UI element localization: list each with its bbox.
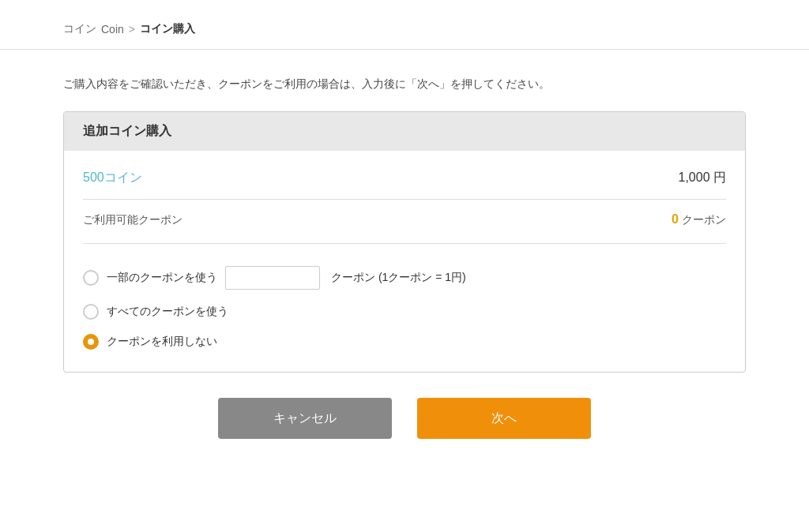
cancel-button[interactable]: キャンセル (218, 398, 392, 439)
radio-all-item[interactable]: すべてのクーポンを使う (83, 304, 726, 320)
radio-none-label: クーポンを利用しない (107, 335, 217, 349)
button-row: キャンセル 次へ (63, 398, 746, 439)
coupon-row: ご利用可能クーポン 0クーポン (83, 212, 726, 244)
instruction-text: ご購入内容をご確認いただき、クーポンをご利用の場合は、入力後に「次へ」を押してく… (63, 75, 746, 92)
breadcrumb-separator: > (129, 23, 135, 36)
purchase-card: 追加コイン購入 500コイン 1,000 円 ご利用可能クーポン 0クーポン 一… (63, 111, 746, 373)
next-button[interactable]: 次へ (417, 398, 591, 439)
card-header: 追加コイン購入 (64, 112, 745, 151)
breadcrumb-current: コイン購入 (140, 22, 195, 36)
radio-none-circle[interactable] (83, 334, 99, 350)
breadcrumb-item-1: コイン (63, 22, 96, 36)
coupon-available-label: ご利用可能クーポン (83, 213, 182, 227)
coupon-count-display: 0クーポン (672, 212, 726, 227)
coin-label: 500コイン (83, 170, 142, 186)
purchase-row: 500コイン 1,000 円 (83, 170, 726, 200)
breadcrumb-item-2: Coin (101, 23, 124, 36)
radio-none-item[interactable]: クーポンを利用しない (83, 334, 726, 350)
price-label: 1,000 円 (679, 170, 726, 186)
radio-group: 一部のクーポンを使う クーポン (1クーポン = 1円) すべてのクーポンを使う… (83, 263, 726, 350)
coupon-input-suffix: クーポン (1クーポン = 1円) (331, 271, 466, 285)
card-title: 追加コイン購入 (83, 124, 171, 137)
coupon-partial-input[interactable] (225, 266, 320, 290)
radio-partial-circle[interactable] (83, 270, 99, 286)
radio-all-label: すべてのクーポンを使う (107, 305, 228, 319)
radio-all-circle[interactable] (83, 304, 99, 320)
radio-partial-item[interactable]: 一部のクーポンを使う クーポン (1クーポン = 1円) (83, 266, 726, 290)
coupon-unit: クーポン (682, 213, 726, 226)
breadcrumb: コイン Coin > コイン購入 (0, 0, 809, 50)
radio-partial-label: 一部のクーポンを使う (107, 271, 217, 285)
card-body: 500コイン 1,000 円 ご利用可能クーポン 0クーポン 一部のクーポンを使… (64, 151, 745, 372)
coupon-number: 0 (672, 212, 679, 226)
